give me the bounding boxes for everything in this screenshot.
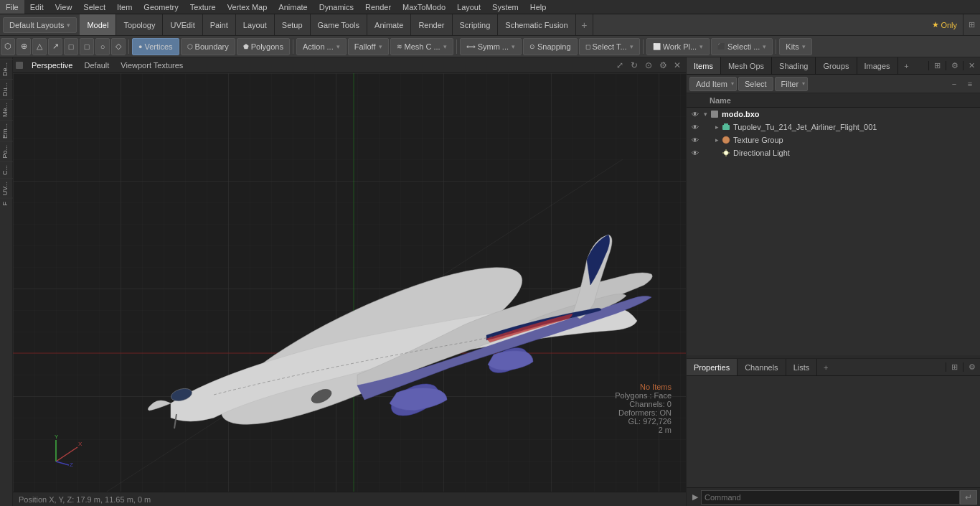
mode-btn-circ[interactable]: ○: [95, 38, 110, 55]
mode-btn-sq2[interactable]: □: [80, 38, 94, 55]
tab-layout[interactable]: Layout: [236, 14, 275, 35]
menu-system[interactable]: System: [486, 0, 524, 14]
menu-vertex-map[interactable]: Vertex Map: [222, 0, 273, 14]
tab-render[interactable]: Render: [411, 14, 452, 35]
selecti-button[interactable]: ⬛ Selecti ... ▾: [711, 38, 773, 55]
mesh-c-button[interactable]: ≋ Mesh C ... ▾: [390, 38, 453, 55]
menu-texture[interactable]: Texture: [184, 0, 222, 14]
menu-render[interactable]: Render: [359, 0, 397, 14]
items-expand-icon[interactable]: ⊞: [928, 61, 946, 70]
item-eye-dir-light[interactable]: 👁: [689, 147, 701, 159]
item-expand-tupolev[interactable]: ▸: [712, 123, 721, 131]
sidebar-tab-5[interactable]: C...: [0, 161, 13, 178]
vp-icon-close[interactable]: ✕: [672, 60, 683, 71]
item-row-dir-light[interactable]: 👁 Directional Light: [687, 146, 980, 159]
mode-btn-tri[interactable]: △: [32, 38, 47, 55]
command-arrow[interactable]: ▶: [689, 492, 701, 503]
snapping-button[interactable]: ⊙ Snapping: [523, 38, 578, 55]
boundary-button[interactable]: ⬡ Boundary: [181, 38, 235, 55]
item-eye-modo-bxo[interactable]: 👁: [689, 108, 701, 120]
select-t-button[interactable]: ◻ Select T... ▾: [579, 38, 640, 55]
command-go-button[interactable]: ↵: [960, 490, 977, 505]
vp-icon-search[interactable]: ⊙: [643, 60, 654, 71]
layout-dropdown[interactable]: Default Layouts ▾: [3, 17, 77, 33]
prop-expand-icon[interactable]: ⊞: [946, 362, 963, 372]
menu-help[interactable]: Help: [524, 0, 552, 14]
sidebar-tab-1[interactable]: Du...: [0, 79, 13, 99]
sidebar-tab-3[interactable]: Em...: [0, 120, 13, 141]
items-tab-images[interactable]: Images: [857, 57, 898, 74]
menu-select[interactable]: Select: [77, 0, 111, 14]
menu-item[interactable]: Item: [111, 0, 138, 14]
add-item-button[interactable]: Add Item: [689, 77, 737, 91]
item-expand-texture-group[interactable]: ▸: [712, 136, 721, 144]
prop-tab-add[interactable]: +: [817, 359, 834, 375]
items-tab-items[interactable]: Items: [687, 57, 721, 74]
mode-btn-sq1[interactable]: □: [64, 38, 78, 55]
item-eye-tupolev[interactable]: 👁: [689, 121, 701, 133]
item-row-modo-bxo[interactable]: 👁 ▾ modo.bxo: [687, 108, 980, 121]
menu-file[interactable]: File: [0, 0, 24, 14]
items-settings-icon2[interactable]: ≡: [963, 77, 977, 91]
vp-icon-gear[interactable]: ⚙: [657, 60, 669, 71]
item-expand-dir-light[interactable]: [712, 149, 721, 157]
select-button[interactable]: Select: [738, 77, 773, 91]
falloff-button[interactable]: Falloff ▾: [348, 38, 389, 55]
sidebar-tab-6[interactable]: UV...: [0, 178, 13, 198]
tab-paint[interactable]: Paint: [203, 14, 236, 35]
viewport[interactable]: No Items Polygons : Face Channels: 0 Def…: [13, 73, 686, 492]
prop-settings-icon[interactable]: ⚙: [963, 362, 980, 372]
viewport-indicator[interactable]: [16, 62, 23, 69]
command-input[interactable]: [701, 490, 960, 505]
items-settings-icon[interactable]: ⚙: [946, 61, 963, 70]
tab-model[interactable]: Model: [80, 14, 116, 35]
items-tab-add[interactable]: +: [898, 57, 915, 74]
items-tab-shading[interactable]: Shading: [772, 57, 816, 74]
items-close-icon[interactable]: ✕: [963, 61, 980, 70]
mode-btn-hex[interactable]: ⬡: [1, 38, 15, 55]
mode-btn-diamond[interactable]: ◇: [111, 38, 126, 55]
menu-animate[interactable]: Animate: [273, 0, 313, 14]
sidebar-tab-2[interactable]: Me...: [0, 99, 13, 120]
item-eye-texture-group[interactable]: 👁: [689, 134, 701, 146]
tab-schematic-fusion[interactable]: Schematic Fusion: [498, 14, 575, 35]
tab-topology[interactable]: Topology: [116, 14, 163, 35]
prop-tab-lists[interactable]: Lists: [786, 359, 818, 375]
tab-add-button[interactable]: +: [576, 14, 593, 35]
tab-game-tools[interactable]: Game Tools: [311, 14, 368, 35]
prop-tab-channels[interactable]: Channels: [738, 359, 786, 375]
items-minus-icon[interactable]: −: [947, 77, 961, 91]
item-row-texture-group[interactable]: 👁 ▸ Texture Group: [687, 133, 980, 146]
menu-layout[interactable]: Layout: [451, 0, 486, 14]
action-button[interactable]: Action ... ▾: [296, 38, 347, 55]
viewport-label-default[interactable]: Default: [78, 61, 115, 70]
filter-button[interactable]: Filter: [775, 77, 808, 91]
tab-animate[interactable]: Animate: [367, 14, 411, 35]
sidebar-tab-7[interactable]: F: [0, 198, 13, 209]
kits-button[interactable]: Kits ▾: [779, 38, 811, 55]
tab-setup[interactable]: Setup: [275, 14, 311, 35]
sidebar-tab-4[interactable]: Po...: [0, 141, 13, 161]
item-row-tupolev[interactable]: 👁 ▸ Tupolev_Tu_214_Jet_Airliner_Flight_0…: [687, 121, 980, 133]
mode-btn-crosshair[interactable]: ⊕: [17, 38, 31, 55]
maximize-button[interactable]: ⊞: [963, 14, 980, 35]
viewport-label-textures[interactable]: Viewport Textures: [115, 61, 189, 70]
tab-uvedit[interactable]: UVEdit: [163, 14, 202, 35]
menu-maxtomodo[interactable]: MaxToModo: [397, 0, 451, 14]
symm-button[interactable]: ⟺ Symm ... ▾: [460, 38, 522, 55]
items-tab-mesh-ops[interactable]: Mesh Ops: [721, 57, 772, 74]
vertices-button[interactable]: ● Vertices: [132, 38, 179, 55]
viewport-label-perspective[interactable]: Perspective: [26, 61, 78, 70]
work-pl-button[interactable]: ⬜ Work Pl... ▾: [646, 38, 710, 55]
tab-scripting[interactable]: Scripting: [453, 14, 499, 35]
menu-view[interactable]: View: [50, 0, 78, 14]
star-only-filter[interactable]: ★ Only: [926, 20, 963, 29]
item-expand-modo-bxo[interactable]: ▾: [701, 110, 710, 118]
menu-dynamics[interactable]: Dynamics: [314, 0, 359, 14]
menu-edit[interactable]: Edit: [24, 0, 50, 14]
polygons-button[interactable]: ⬟ Polygons: [237, 38, 290, 55]
sidebar-tab-0[interactable]: De...: [0, 59, 13, 79]
items-tab-groups[interactable]: Groups: [816, 57, 857, 74]
vp-icon-refresh[interactable]: ↻: [628, 60, 640, 71]
mode-btn-arrow[interactable]: ↗: [48, 38, 62, 55]
